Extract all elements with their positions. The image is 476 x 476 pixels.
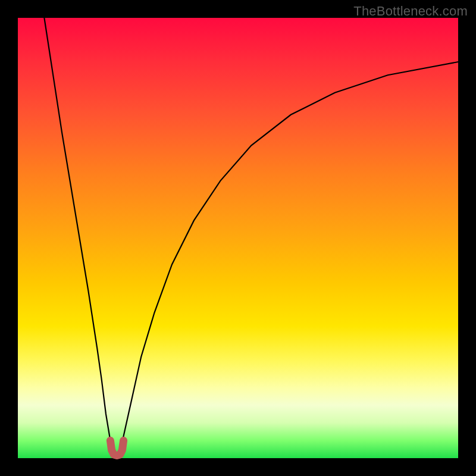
curve-right-branch — [119, 62, 458, 454]
watermark-text: TheBottleneck.com — [353, 4, 468, 19]
curve-left-branch — [44, 18, 114, 454]
minimum-marker — [110, 440, 123, 455]
chart-frame: TheBottleneck.com — [0, 0, 476, 476]
plot-area — [18, 18, 458, 458]
curve-svg — [18, 18, 458, 458]
